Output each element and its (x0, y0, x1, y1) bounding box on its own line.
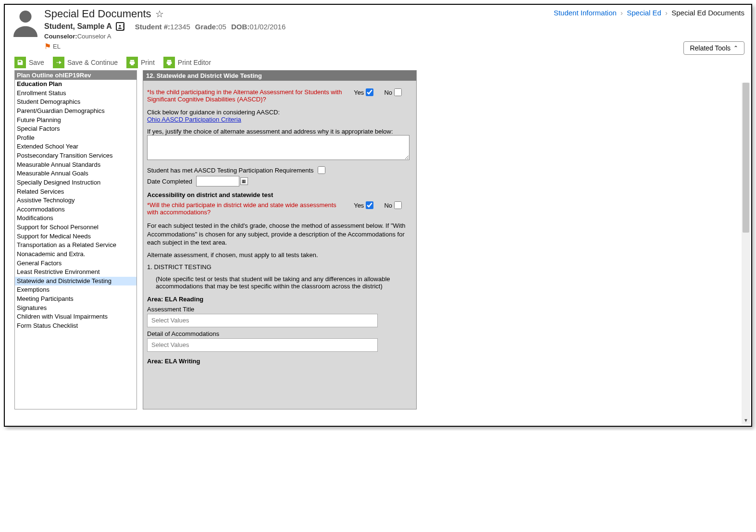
save-button[interactable]: Save (14, 57, 44, 68)
justify-textarea[interactable] (147, 135, 409, 160)
print-editor-button[interactable]: Print Editor (163, 57, 211, 68)
flag-icon: ⚑ (44, 42, 51, 51)
breadcrumbs: Student Information › Special Ed › Speci… (554, 9, 744, 17)
outline-item[interactable]: Statewide and Districtwide Testing (15, 277, 136, 286)
justify-label: If yes, justify the choice of alternate … (147, 128, 412, 135)
yes-label: Yes (354, 202, 364, 209)
detail-accom-select[interactable]: Select Values (147, 338, 378, 352)
aascd-no-checkbox[interactable] (394, 88, 402, 96)
outline-item[interactable]: Accommodations (15, 205, 136, 214)
save-label: Save (29, 59, 44, 66)
flag-label: EL (53, 43, 61, 50)
question-aascd: *Is the child participating in the Alter… (147, 88, 354, 103)
avatar-icon (11, 8, 40, 37)
outline-item[interactable]: Extended School Year (15, 142, 136, 151)
aascd-yes-checkbox[interactable] (366, 88, 373, 96)
counselor-value: Counselor A (77, 33, 112, 40)
student-name: Student, Sample A (44, 22, 112, 31)
accom-no-checkbox[interactable] (394, 201, 402, 209)
outline-item[interactable]: Student Demographics (15, 98, 136, 107)
outline-item[interactable]: Support for Medical Needs (15, 232, 136, 241)
district-testing-note: (Note specific test or tests that studen… (156, 275, 412, 290)
svg-point-1 (119, 25, 121, 26)
related-tools-button[interactable]: Related Tools ⌃ (683, 41, 744, 55)
outline-item[interactable]: Related Services (15, 187, 136, 197)
star-icon[interactable]: ☆ (155, 8, 164, 20)
accom-yes-checkbox[interactable] (366, 201, 373, 209)
dob-value: 01/02/2016 (249, 23, 285, 31)
outline-item[interactable]: Profile (15, 134, 136, 143)
student-number: 12345 (170, 23, 190, 31)
outline-item[interactable]: Assistive Technology (15, 196, 136, 205)
calendar-icon[interactable]: ▦ (240, 177, 248, 185)
detail-accom-label: Detail of Accommodations (147, 330, 412, 337)
student-number-label: Student #: (135, 23, 170, 31)
outline-item[interactable]: Children with Visual Impairments (15, 312, 136, 322)
save-continue-label: Save & Continue (67, 59, 118, 66)
outline-item[interactable]: Transportation as a Related Service (15, 241, 136, 250)
area-ela-reading: Area: ELA Reading (147, 296, 412, 303)
outline-item[interactable]: Nonacademic and Extra. (15, 250, 136, 259)
date-completed-label: Date Completed (147, 178, 192, 185)
chevron-right-icon: › (620, 9, 623, 17)
instruction-para-1: For each subject tested in the child's g… (147, 222, 412, 247)
instruction-para-2: Alternate assessment, if chosen, must ap… (147, 251, 412, 260)
outline-item[interactable]: Form Status Checklist (15, 322, 136, 331)
print-icon (163, 57, 175, 68)
yes-label: Yes (354, 89, 364, 96)
outline-item[interactable]: Postsecondary Transition Services (15, 151, 136, 161)
accessibility-header: Accessibility on district and statewide … (147, 191, 412, 198)
outline-item[interactable]: Modifications (15, 214, 136, 223)
outline-item[interactable]: Future Planning (15, 116, 136, 125)
print-button[interactable]: Print (126, 57, 155, 68)
assessment-title-label: Assessment Title (147, 306, 412, 313)
district-testing-header: 1. DISTRICT TESTING (147, 263, 412, 272)
assessment-title-select[interactable]: Select Values (147, 314, 378, 327)
outline-item[interactable]: Signatures (15, 304, 136, 313)
crumb-current: Special Ed Documents (671, 9, 744, 17)
related-tools-label: Related Tools (690, 44, 731, 52)
outline-item[interactable]: Meeting Participants (15, 295, 136, 304)
outline-item[interactable]: Measurable Annual Goals (15, 169, 136, 178)
page-title: Special Ed Documents (44, 8, 151, 20)
aascd-criteria-link[interactable]: Ohio AASCD Participation Criteria (147, 116, 241, 123)
outline-item[interactable]: Support for School Personnel (15, 223, 136, 232)
outline-item[interactable]: Least Restrictive Environment (15, 268, 136, 277)
id-card-icon[interactable] (116, 22, 124, 31)
outline-item[interactable]: Parent/Guardian Demographics (15, 107, 136, 116)
grade-label: Grade: (195, 23, 218, 31)
arrow-right-icon (53, 57, 64, 68)
plan-outline-panel: Plan Outline ohIEP19Rev Education PlanEn… (14, 70, 137, 409)
outline-item[interactable]: Education Plan (15, 80, 136, 89)
dob-label: DOB: (231, 23, 249, 31)
question-accommodations: *Will the child participate in district … (147, 201, 354, 216)
save-icon (14, 57, 26, 68)
chevron-up-icon: ⌃ (733, 45, 738, 51)
print-editor-label: Print Editor (178, 59, 211, 66)
form-area: 12. Statewide and District Wide Testing … (143, 70, 417, 409)
outline-item[interactable]: Special Factors (15, 124, 136, 134)
outline-item[interactable]: Specially Designed Instruction (15, 178, 136, 187)
scroll-thumb[interactable] (743, 83, 749, 233)
no-label: No (384, 202, 392, 209)
met-reqs-checkbox[interactable] (318, 166, 325, 174)
scroll-down-icon[interactable]: ▼ (743, 416, 749, 424)
outline-item[interactable]: Enrollment Status (15, 89, 136, 98)
crumb-special-ed[interactable]: Special Ed (627, 9, 661, 17)
area-ela-writing: Area: ELA Writing (147, 358, 412, 365)
outline-item[interactable]: Exemptions (15, 285, 136, 295)
chevron-right-icon: › (665, 9, 668, 17)
save-continue-button[interactable]: Save & Continue (53, 57, 118, 68)
date-completed-input[interactable] (196, 176, 239, 186)
print-label: Print (141, 59, 155, 66)
outline-item[interactable]: Measurable Annual Standards (15, 161, 136, 170)
met-reqs-label: Student has met AASCD Testing Participat… (147, 167, 314, 174)
toolbar: Save Save & Continue Print Print Editor (5, 55, 751, 70)
crumb-student-info[interactable]: Student Information (554, 9, 617, 17)
print-icon (126, 57, 138, 68)
scrollbar[interactable]: ▲ ▼ (742, 83, 750, 424)
guidance-intro: Click below for guidance in considering … (147, 109, 412, 116)
app-window: Student Information › Special Ed › Speci… (4, 4, 752, 427)
outline-item[interactable]: General Factors (15, 259, 136, 268)
outline-header: Plan Outline ohIEP19Rev (15, 71, 136, 80)
